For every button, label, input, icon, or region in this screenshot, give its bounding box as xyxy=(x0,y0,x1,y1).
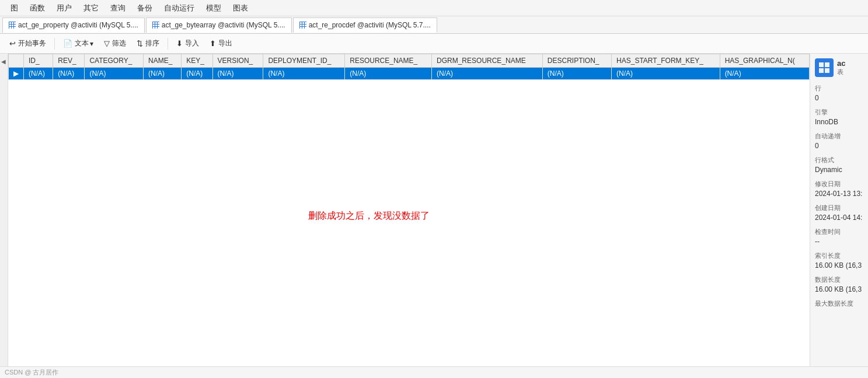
table-area[interactable]: ID_ REV_ CATEGORY_ NAME_ KEY_ VERSION_ D… xyxy=(8,54,810,378)
col-header-id[interactable]: ID_ xyxy=(24,54,53,68)
col-header-rev[interactable]: REV_ xyxy=(53,54,85,68)
info-label-maxdatalen: 最大数据长度 xyxy=(815,299,863,308)
tab-3-label: act_re_procdef @activiti (MySQL 5.7.... xyxy=(309,21,431,29)
info-label-autoincr: 自动递增 xyxy=(815,132,863,141)
main-content: ◀ ID_ REV_ CATEGORY_ NAME_ KEY_ VERSION_… xyxy=(0,54,868,378)
col-header-category[interactable]: CATEGORY_ xyxy=(85,54,144,68)
svg-rect-2 xyxy=(819,68,824,73)
info-row-maxdatalen: 最大数据长度 xyxy=(815,299,863,308)
import-label: 导入 xyxy=(185,38,199,48)
menu-users[interactable]: 用户 xyxy=(51,1,78,16)
info-value-rows: 0 xyxy=(815,94,863,102)
info-value-created: 2024-01-04 14: xyxy=(815,214,863,222)
info-value-indexlen: 16.00 KB (16,3 xyxy=(815,261,863,270)
info-value-autoincr: 0 xyxy=(815,142,863,150)
right-panel-subtitle: 表 xyxy=(837,68,845,76)
export-button[interactable]: ⬆ 导出 xyxy=(205,37,237,50)
info-label-indexlen: 索引长度 xyxy=(815,251,863,260)
cell-version: (N/A) xyxy=(212,68,263,80)
cell-category: (N/A) xyxy=(85,68,144,80)
info-row-modified: 修改日期 2024-01-13 13: xyxy=(815,180,863,198)
import-icon: ⬇ xyxy=(176,39,183,48)
toolbar: ↩ 开始事务 📄 文本 ▾ ▽ 筛选 ⇅ 排序 ⬇ 导入 ⬆ 导出 xyxy=(0,34,868,54)
text-icon: 📄 xyxy=(63,39,72,48)
tab-3[interactable]: act_re_procdef @activiti (MySQL 5.7.... xyxy=(293,18,437,33)
info-row-autoincr: 自动递增 0 xyxy=(815,132,863,150)
cell-name: (N/A) xyxy=(143,68,181,80)
right-panel: ac 表 行 0 引擎 InnoDB 自动递增 0 行格式 Dynamic 修改… xyxy=(810,54,868,378)
tab-bar: act_ge_property @activiti (MySQL 5.... a… xyxy=(0,16,868,34)
info-row-rowformat: 行格式 Dynamic xyxy=(815,156,863,174)
table-row[interactable]: ▶ (N/A) (N/A) (N/A) (N/A) (N/A) (N/A) (N… xyxy=(9,68,810,80)
col-header-dgrm-resource-name[interactable]: DGRM_RESOURCE_NAME xyxy=(432,54,543,68)
info-label-created: 创建日期 xyxy=(815,204,863,212)
right-panel-title-block: ac 表 xyxy=(837,59,845,76)
svg-rect-0 xyxy=(819,62,824,67)
info-value-datalen: 16.00 KB (16,3 xyxy=(815,285,863,293)
cell-deployment-id: (N/A) xyxy=(263,68,345,80)
cell-has-graphical: (N/A) xyxy=(720,68,809,80)
sidebar-collapse-arrow[interactable]: ◀ xyxy=(1,58,7,64)
cell-resource-name: (N/A) xyxy=(345,68,432,80)
sort-button[interactable]: ⇅ 排序 xyxy=(132,37,164,50)
center-message: 删除成功之后，发现没数据了 xyxy=(308,210,430,222)
begin-transaction-button[interactable]: ↩ 开始事务 xyxy=(5,37,51,50)
menu-image[interactable]: 图 xyxy=(5,1,24,16)
cell-id: (N/A) xyxy=(24,68,53,80)
col-header-indicator xyxy=(9,54,24,68)
text-label: 文本 xyxy=(75,38,89,48)
menu-chart[interactable]: 图表 xyxy=(227,1,254,16)
cell-rev: (N/A) xyxy=(53,68,85,80)
right-panel-table-icon xyxy=(815,58,834,77)
row-indicator: ▶ xyxy=(13,69,19,78)
info-label-checktime: 检查时间 xyxy=(815,228,863,236)
text-dropdown-icon: ▾ xyxy=(90,40,93,48)
col-header-version[interactable]: VERSION_ xyxy=(212,54,263,68)
menu-functions[interactable]: 函数 xyxy=(24,1,51,16)
col-header-has-graphical[interactable]: HAS_GRAPHICAL_N( xyxy=(720,54,809,68)
info-row-rows: 行 0 xyxy=(815,84,863,102)
menu-autorun[interactable]: 自动运行 xyxy=(158,1,200,16)
info-value-checktime: -- xyxy=(815,237,863,246)
info-value-engine: InnoDB xyxy=(815,118,863,126)
export-label: 导出 xyxy=(218,38,232,48)
col-header-deployment-id[interactable]: DEPLOYMENT_ID_ xyxy=(263,54,345,68)
filter-icon: ▽ xyxy=(104,39,110,48)
filter-label: 筛选 xyxy=(112,38,126,48)
menu-model[interactable]: 模型 xyxy=(200,1,227,16)
info-label-engine: 引擎 xyxy=(815,108,863,117)
col-header-description[interactable]: DESCRIPTION_ xyxy=(542,54,611,68)
filter-button[interactable]: ▽ 筛选 xyxy=(99,37,131,50)
footer-watermark: CSDN @ 古月居作 xyxy=(5,369,58,376)
transaction-icon: ↩ xyxy=(9,39,16,48)
table-grid-icon xyxy=(818,62,830,74)
tab-1[interactable]: act_ge_property @activiti (MySQL 5.... xyxy=(2,18,145,33)
begin-transaction-label: 开始事务 xyxy=(18,38,46,48)
col-header-key[interactable]: KEY_ xyxy=(182,54,212,68)
cell-has-start-form: (N/A) xyxy=(612,68,720,80)
menu-other[interactable]: 其它 xyxy=(78,1,104,16)
info-row-indexlen: 索引长度 16.00 KB (16,3 xyxy=(815,251,863,270)
text-button[interactable]: 📄 文本 ▾ xyxy=(58,37,98,50)
right-panel-header: ac 表 xyxy=(815,58,863,77)
import-button[interactable]: ⬇ 导入 xyxy=(172,37,204,50)
left-sidebar: ◀ xyxy=(0,54,8,378)
cell-description: (N/A) xyxy=(542,68,611,80)
info-value-rowformat: Dynamic xyxy=(815,166,863,174)
menu-query[interactable]: 查询 xyxy=(104,1,131,16)
col-header-resource-name[interactable]: RESOURCE_NAME_ xyxy=(345,54,432,68)
menu-backup[interactable]: 备份 xyxy=(131,1,158,16)
col-header-name[interactable]: NAME_ xyxy=(143,54,181,68)
table-icon-1 xyxy=(9,22,16,29)
info-row-engine: 引擎 InnoDB xyxy=(815,108,863,126)
tab-1-label: act_ge_property @activiti (MySQL 5.... xyxy=(18,21,138,29)
info-row-checktime: 检查时间 -- xyxy=(815,228,863,246)
table-icon-2 xyxy=(152,22,159,29)
svg-rect-1 xyxy=(825,62,829,67)
tab-2[interactable]: act_ge_bytearray @activiti (MySQL 5.... xyxy=(146,18,292,33)
info-value-modified: 2024-01-13 13: xyxy=(815,190,863,198)
svg-rect-3 xyxy=(825,68,829,73)
info-label-modified: 修改日期 xyxy=(815,180,863,188)
col-header-has-start-form[interactable]: HAS_START_FORM_KEY_ xyxy=(612,54,720,68)
sort-icon: ⇅ xyxy=(137,39,143,48)
